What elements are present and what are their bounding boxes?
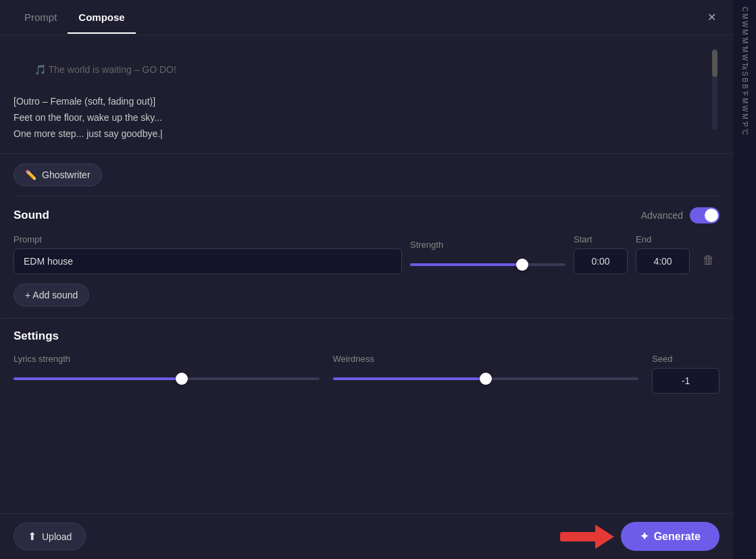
lyrics-strength-fill — [14, 377, 182, 380]
arrow-body — [560, 532, 595, 541]
upload-icon: ⬆ — [28, 530, 36, 543]
lyrics-content: 🎵 The world is waiting – GO DO! [Outro –… — [14, 46, 703, 142]
advanced-area: Advanced — [641, 207, 720, 223]
sidebar-text: C M W M 'M 'M W Ta S B B 'F M W M 'P 'C — [740, 7, 749, 135]
seed-group: Seed — [652, 354, 720, 394]
ghostwriter-label: Ghostwriter — [42, 169, 91, 180]
right-sidebar: C M W M 'M 'M W Ta S B B 'F M W M 'P 'C — [733, 0, 756, 559]
weirdness-group: Weirdness — [333, 354, 639, 383]
sound-header: Sound Advanced — [14, 207, 720, 223]
generate-button[interactable]: ✦ Generate — [621, 522, 720, 551]
delete-sound-button[interactable]: 🗑 — [698, 249, 720, 271]
lyrics-strength-label: Lyrics strength — [14, 354, 320, 364]
scrollbar-thumb[interactable] — [712, 50, 717, 77]
weirdness-fill — [333, 377, 486, 380]
scrollbar-track[interactable] — [712, 49, 717, 130]
strength-slider-track[interactable] — [410, 263, 565, 266]
start-label: Start — [574, 234, 628, 244]
lyrics-strength-slider-container — [14, 368, 320, 383]
strength-slider-container — [410, 254, 565, 269]
lyrics-faded-line: 🎵 The world is waiting – GO DO! — [14, 46, 703, 94]
tabs-bar: Prompt Compose ✕ — [0, 0, 733, 35]
weirdness-thumb[interactable] — [480, 373, 492, 385]
arrow-indicator — [553, 520, 621, 554]
start-input[interactable] — [574, 248, 628, 274]
end-label: End — [636, 234, 690, 244]
settings-row: Lyrics strength Weirdness — [14, 354, 720, 394]
lyrics-strength-thumb[interactable] — [176, 373, 188, 385]
tab-compose[interactable]: Compose — [68, 2, 135, 34]
strength-label: Strength — [410, 240, 565, 250]
advanced-toggle[interactable] — [690, 207, 720, 223]
lyrics-area: 🎵 The world is waiting – GO DO! [Outro –… — [0, 35, 733, 154]
scrollbar-area — [710, 46, 720, 142]
settings-title: Settings — [14, 329, 720, 343]
strength-slider-thumb[interactable] — [516, 259, 528, 271]
add-sound-label: + Add sound — [25, 290, 78, 300]
prompt-label: Prompt — [14, 234, 402, 244]
upload-button[interactable]: ⬆ Upload — [14, 523, 86, 550]
main-panel: Prompt Compose ✕ 🎵 The world is waiting … — [0, 0, 733, 559]
weirdness-label: Weirdness — [333, 354, 639, 364]
upload-label: Upload — [42, 531, 72, 542]
tab-prompt[interactable]: Prompt — [14, 2, 68, 34]
end-group: End — [636, 234, 690, 274]
weirdness-track[interactable] — [333, 377, 639, 380]
lyrics-strength-track[interactable] — [14, 377, 320, 380]
generate-icon: ✦ — [640, 530, 649, 543]
end-input[interactable] — [636, 248, 690, 274]
advanced-label: Advanced — [641, 210, 683, 221]
generate-label: Generate — [654, 531, 701, 543]
weirdness-slider-container — [333, 368, 639, 383]
strength-group: Strength — [410, 240, 565, 269]
sound-prompt-group: Prompt — [14, 234, 402, 274]
bottom-bar: ⬆ Upload ✦ Generate — [0, 513, 733, 559]
seed-input[interactable] — [652, 368, 720, 394]
strength-slider-fill — [410, 263, 522, 266]
settings-section: Settings Lyrics strength Weirdness — [0, 318, 733, 404]
sound-title: Sound — [14, 209, 49, 222]
close-button[interactable]: ✕ — [703, 9, 720, 26]
ghostwriter-button[interactable]: ✏️ Ghostwriter — [14, 163, 102, 186]
arrow-head — [595, 525, 614, 549]
sound-prompt-input[interactable] — [14, 248, 402, 274]
add-sound-button[interactable]: + Add sound — [14, 284, 89, 307]
sound-row: Prompt Strength Start End — [14, 234, 720, 274]
ghostwriter-icon: ✏️ — [25, 169, 36, 180]
start-group: Start — [574, 234, 628, 274]
red-arrow-shape — [560, 525, 614, 549]
sound-section: Sound Advanced Prompt Strength — [0, 196, 733, 317]
seed-label: Seed — [652, 354, 720, 364]
generate-area: ✦ Generate — [553, 520, 720, 554]
lyrics-strength-group: Lyrics strength — [14, 354, 320, 383]
lyrics-main[interactable]: [Outro – Female (soft, fading out)] Feet… — [14, 94, 703, 142]
